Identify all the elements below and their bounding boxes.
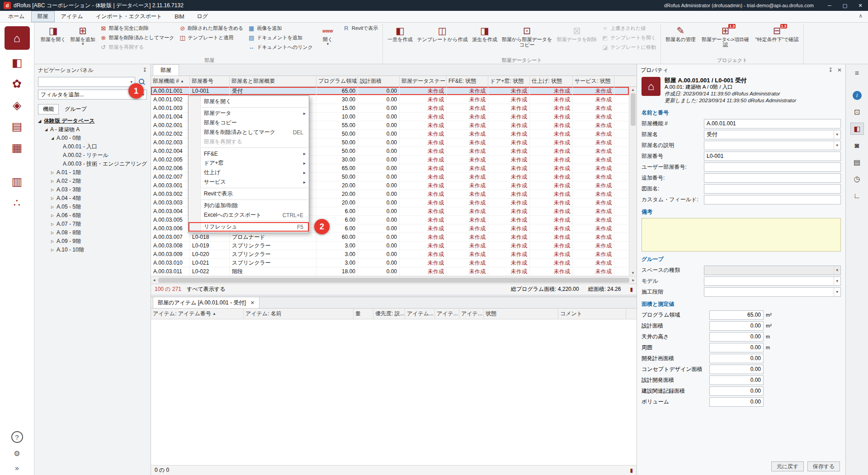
condition-check-button[interactable]: ⊟1.3"特定条件下"で確認	[754, 24, 801, 43]
documents-button[interactable]: ▤	[850, 156, 864, 168]
column-header-6[interactable]: FF&E: 状態	[447, 76, 488, 86]
tree-node-floor-a03[interactable]: ▷A.03 - 3階	[34, 185, 151, 194]
copy-room-data-button[interactable]: ⊡部屋から部屋データをコピー	[500, 24, 554, 48]
context-menu-item-ffe[interactable]: FF&E▸	[189, 149, 309, 158]
column-header-4[interactable]: 設計面積	[358, 76, 400, 86]
scroll-left-icon[interactable]: ◄	[152, 278, 156, 282]
scroll-right-icon[interactable]: ►	[632, 278, 635, 282]
manage-room-names-button[interactable]: ✎部屋名の管理	[664, 24, 697, 43]
tree-node-floor-a10[interactable]: ▷A.10 - 10階	[34, 246, 151, 254]
scroll-down-icon[interactable]: ▼	[631, 271, 635, 275]
save-button[interactable]: 保存する	[807, 461, 840, 471]
construction-record-area-input[interactable]: 0.00	[709, 386, 764, 396]
program-area-input[interactable]: 65.00	[709, 310, 764, 320]
column-header-2[interactable]: 部屋名と部屋概要	[230, 76, 316, 86]
search-input[interactable]: ▾	[38, 77, 135, 87]
module-relations-button[interactable]: ∴	[7, 194, 27, 211]
room-row-A.00.03.008[interactable]: A.00.03.008L0-019スプリンクラー3.000.00未作成未作成未作…	[151, 242, 629, 250]
model-input[interactable]: ▾	[704, 276, 841, 286]
create-derived-button[interactable]: ◨派生を作成	[470, 24, 499, 43]
menu-tab-bim[interactable]: BIM	[168, 11, 190, 22]
tree-node-floor-a05[interactable]: ▷A.05 - 5階	[34, 203, 151, 211]
module-checklists-button[interactable]: ▤	[7, 118, 27, 135]
include-deleted-rooms-button[interactable]: ⊘削除された部屋を含める	[177, 24, 245, 33]
expand-button[interactable]: »	[15, 464, 19, 472]
tree-expanded-icon[interactable]: ◢	[37, 119, 42, 123]
menu-tab-home[interactable]: ホーム	[2, 11, 31, 22]
create-unique-button[interactable]: ◧一意を作成	[386, 24, 414, 43]
context-menu-item-add-remove-columns[interactable]: 列の追加/削除	[189, 201, 309, 210]
tree-collapsed-icon[interactable]: ▷	[50, 222, 55, 226]
pin-icon[interactable]: ↧	[828, 67, 833, 73]
nav-tab-function[interactable]: 機能	[38, 104, 59, 114]
close-button[interactable]: ✕	[853, 0, 868, 11]
tree-collapsed-icon[interactable]: ▷	[50, 205, 55, 209]
items-column-header-6[interactable]: アイテ...	[459, 309, 484, 319]
construction-stage-input[interactable]: ▾	[704, 287, 841, 297]
history-button[interactable]: ◷	[850, 173, 864, 185]
custom-field-input[interactable]	[704, 195, 841, 204]
room-name-description-input[interactable]: ▾	[704, 141, 841, 150]
menu-tab-items[interactable]: アイテム	[55, 11, 90, 22]
tab-room-items[interactable]: 部屋のアイテム [A.00.01.001 - 受付] ✕	[153, 297, 259, 308]
add-image-button[interactable]: ▦画像を追加	[246, 24, 315, 33]
tree-collapsed-icon[interactable]: ▷	[50, 171, 55, 175]
room-name-input[interactable]: 受付▾	[704, 130, 841, 139]
additional-number-input[interactable]	[704, 173, 841, 183]
development-plan-area-input[interactable]: 0.00	[709, 354, 764, 363]
module-buildings-button[interactable]: ▦	[7, 139, 27, 156]
room-data-item-check-button[interactable]: ⊞1.3部屋データ<->項目確認	[698, 24, 753, 48]
column-header-9[interactable]: サービス: 状態	[573, 76, 614, 86]
module-bim-models-button[interactable]: ◈	[7, 96, 27, 114]
tree-node-floor-a07[interactable]: ▷A.07 - 7階	[34, 220, 151, 228]
tree-expanded-icon[interactable]: ◢	[43, 128, 49, 132]
tree-node-zone-a0001[interactable]: A.00.01 - 入口	[34, 142, 151, 151]
perimeter-input[interactable]: 0.00	[709, 343, 764, 352]
tree-node-floor-a06[interactable]: ▷A.06 - 6階	[34, 211, 151, 220]
items-column-header-3[interactable]: 優先度: 説...	[373, 309, 405, 319]
tree-collapsed-icon[interactable]: ▷	[50, 239, 55, 243]
delete-room-permanently-button[interactable]: ⊠部屋を完全に削除	[98, 24, 176, 33]
tree-node-floor-a01[interactable]: ▷A.01 - 1階	[34, 168, 151, 177]
nav-tab-group[interactable]: グループ	[60, 104, 92, 114]
link-document-button[interactable]: ↔ドキュメントへのリンク	[246, 43, 315, 52]
apply-template-button[interactable]: ◫テンプレートと適用	[177, 33, 245, 42]
menu-tab-import-export[interactable]: インポート・エクスポート	[90, 11, 169, 22]
column-header-0[interactable]: 部屋機能 #▲	[151, 76, 190, 86]
minimize-button[interactable]: ─	[822, 0, 837, 11]
tree-node-zone-a0003[interactable]: A.00.03 - 技術・エンジニアリング	[34, 160, 151, 168]
tree-node-building-a[interactable]: ◢A - 建築物 A	[34, 125, 151, 134]
drawing-name-input[interactable]	[704, 184, 841, 194]
create-from-template-button[interactable]: ◫テンプレートから作成	[415, 24, 470, 43]
horizontal-scrollbar[interactable]: ◄ ►	[151, 276, 637, 284]
room-function-number-input[interactable]: A.00.01.001	[704, 119, 841, 128]
tree-collapsed-icon[interactable]: ▷	[50, 231, 55, 235]
column-header-3[interactable]: プログラム領域	[316, 76, 358, 86]
column-header-8[interactable]: 仕上げ: 状態	[530, 76, 573, 86]
status-report-icon[interactable]: ▮	[630, 286, 633, 293]
items-column-header-5[interactable]: アイテ...	[435, 309, 459, 319]
room-row-A.00.03.010[interactable]: A.00.03.010L0-021スプリンクラー3.000.00未作成未作成未作…	[151, 259, 629, 267]
tree-collapsed-icon[interactable]: ▷	[50, 188, 55, 192]
context-menu-item-mark-deleted[interactable]: 部屋を削除済みとしてマークDEL	[189, 128, 309, 137]
tree-node-floor-a08[interactable]: ▷A.08 - 8階	[34, 228, 151, 237]
column-header-7[interactable]: ドア+窓: 状態	[488, 76, 530, 86]
menu-tab-log[interactable]: ログ	[191, 11, 215, 22]
tree-collapsed-icon[interactable]: ▷	[50, 179, 55, 183]
room-row-A.00.03.007[interactable]: A.00.03.007L0-018プロムナード60.000.00未作成未作成未作…	[151, 233, 629, 242]
tree-collapsed-icon[interactable]: ▷	[50, 196, 55, 200]
scrollbar-thumb[interactable]	[158, 278, 629, 283]
concept-design-area-input[interactable]: 0.00	[709, 365, 764, 374]
designed-area-input[interactable]: 0.00	[709, 321, 764, 331]
items-column-header-4[interactable]: アイテム...	[405, 309, 435, 319]
tree-node-zone-a0002[interactable]: A.00.02 - リテール	[34, 151, 151, 160]
room-row-A.00.03.009[interactable]: A.00.03.009L0-020スプリンクラー3.000.00未作成未作成未作…	[151, 250, 629, 259]
status-report-icon[interactable]: ▮	[630, 467, 633, 474]
items-column-header-1[interactable]: アイテム: 名前	[244, 309, 354, 319]
column-header-1[interactable]: 部屋番号	[190, 76, 230, 86]
panel-layout-button[interactable]: ≡	[850, 67, 864, 79]
open-room-button[interactable]: ◨部屋を開く	[39, 24, 68, 43]
settings-button[interactable]: ⚙	[14, 449, 20, 458]
room-row-A.00.03.011[interactable]: A.00.03.011L0-022階段18.000.00未作成未作成未作成未作成…	[151, 267, 629, 276]
tree-collapsed-icon[interactable]: ▷	[50, 214, 55, 218]
